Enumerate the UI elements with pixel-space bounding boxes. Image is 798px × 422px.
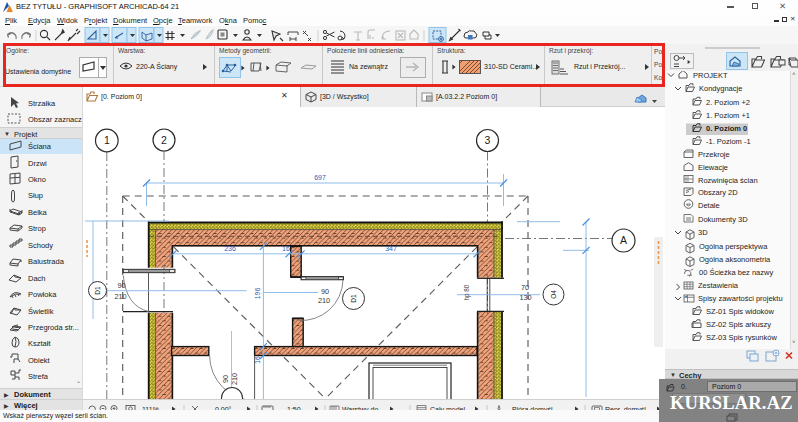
- svg-text:3: 3: [485, 134, 491, 146]
- svg-text:D1: D1: [94, 286, 101, 295]
- svg-text:70: 70: [521, 283, 529, 292]
- svg-text:0. Poziom 0: 0. Poziom 0: [706, 124, 747, 133]
- svg-text:SZ-03 Spis rysunków: SZ-03 Spis rysunków: [706, 333, 777, 342]
- svg-text:Ogólna perspektywa: Ogólna perspektywa: [699, 242, 768, 251]
- svg-text:Spisy zawartości projektu: Spisy zawartości projektu: [698, 294, 783, 303]
- svg-text:16: 16: [282, 245, 290, 252]
- svg-text:A: A: [620, 234, 627, 246]
- svg-text:Ogólna aksonometria: Ogólna aksonometria: [699, 255, 771, 264]
- svg-text:16: 16: [254, 356, 261, 364]
- svg-text:236: 236: [224, 245, 236, 252]
- svg-text:1: 1: [104, 134, 110, 146]
- svg-text:SZ-01 Spis widoków: SZ-01 Spis widoków: [706, 307, 775, 316]
- svg-text:90: 90: [221, 375, 230, 383]
- svg-text:347: 347: [385, 245, 397, 252]
- svg-text:90: 90: [117, 281, 125, 290]
- svg-text:D1: D1: [350, 294, 357, 303]
- svg-text:Przekroje: Przekroje: [698, 150, 730, 159]
- svg-text:O4: O4: [550, 290, 557, 299]
- svg-text:Rozwinięcia ścian: Rozwinięcia ścian: [698, 176, 758, 185]
- svg-text:210: 210: [114, 292, 126, 301]
- svg-text:2: 2: [161, 134, 167, 146]
- svg-text:hp 80: hp 80: [463, 284, 471, 300]
- svg-text:130: 130: [519, 293, 531, 302]
- svg-text:2. Poziom +2: 2. Poziom +2: [706, 98, 750, 107]
- svg-text:Elewacje: Elewacje: [698, 163, 728, 172]
- svg-text:196: 196: [254, 288, 261, 300]
- svg-text:3D: 3D: [698, 228, 708, 237]
- svg-text:SZ-02 Spis arkuszy: SZ-02 Spis arkuszy: [706, 320, 771, 329]
- svg-text:Obszary 2D: Obszary 2D: [698, 188, 738, 197]
- svg-text:90: 90: [321, 287, 329, 296]
- svg-text:Zestawienia: Zestawienia: [698, 281, 739, 290]
- svg-text:Kondygnacje: Kondygnacje: [699, 84, 742, 93]
- svg-text:Detale: Detale: [698, 201, 720, 210]
- svg-text:Dokumenty 3D: Dokumenty 3D: [698, 215, 748, 224]
- svg-text:697: 697: [314, 174, 326, 181]
- svg-text:-1. Poziom -1: -1. Poziom -1: [706, 137, 751, 146]
- svg-text:00 Ścieżka bez nazwy: 00 Ścieżka bez nazwy: [699, 268, 773, 277]
- svg-text:210: 210: [230, 373, 239, 385]
- svg-text:PROJEKT: PROJEKT: [693, 71, 728, 80]
- svg-text:210: 210: [318, 296, 330, 305]
- svg-text:1. Poziom +1: 1. Poziom +1: [706, 111, 750, 120]
